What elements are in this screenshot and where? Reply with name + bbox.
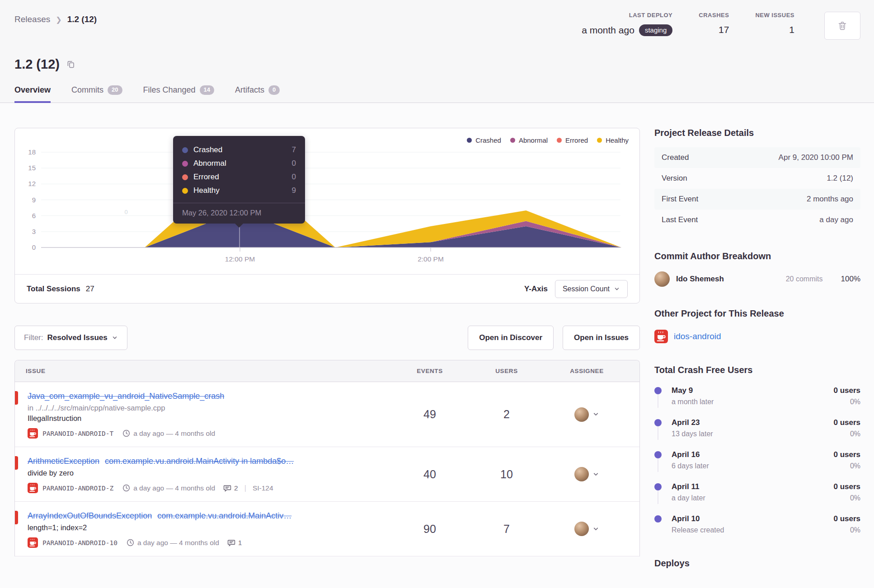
copy-version-button[interactable] [66, 60, 75, 69]
issue-age-text: a day ago — 4 months old [133, 484, 215, 492]
issue-external-ref[interactable]: SI-124 [253, 484, 273, 492]
assignee-avatar[interactable] [574, 522, 589, 536]
detail-value: 1.2 (12) [827, 174, 853, 183]
issue-comments[interactable]: 2 [223, 484, 238, 492]
tooltip-row: Crashed 7 [182, 143, 296, 157]
total-sessions-value: 27 [86, 285, 94, 294]
open-in-issues-button[interactable]: Open in Issues [563, 326, 640, 350]
project-slug[interactable]: PARANOID-ANDROID-Z [42, 485, 113, 492]
tab[interactable]: Commits 20 [71, 85, 122, 103]
delete-release-button[interactable] [824, 12, 860, 40]
other-project-link[interactable]: idos-android [674, 331, 721, 341]
legend-label: Errored [565, 136, 588, 144]
project-coffee-icon [28, 537, 38, 548]
legend-item[interactable]: Abnormal [510, 136, 548, 144]
filter-selected-value: Resolved Issues [47, 333, 108, 342]
project-slug[interactable]: PARANOID-ANDROID-T [42, 430, 113, 437]
tab-label: Artifacts [235, 85, 264, 95]
assignee-avatar[interactable] [574, 407, 589, 422]
release-detail-row: Version 1.2 (12) [654, 168, 860, 189]
tooltip-series-dot-icon [182, 147, 188, 153]
timeline-percent: 0% [833, 398, 860, 406]
chart-tooltip: Crashed 7 Abnormal 0 Errored 0 Healthy 9… [173, 136, 305, 224]
sessions-area-chart[interactable]: 036912151812:00 PM2:00 PM0 [15, 128, 640, 266]
issue-title-link[interactable]: ArrayIndexOutOfBoundsException [28, 511, 152, 520]
chevron-down-icon [614, 286, 620, 292]
issue-users-count: 10 [468, 455, 545, 493]
chevron-down-icon[interactable] [592, 411, 599, 418]
timeline-subtitle: 6 days later [672, 462, 833, 470]
issue-detail-line: length=1; index=2 [28, 523, 391, 532]
comment-icon [227, 539, 235, 547]
chevron-down-icon[interactable] [592, 471, 599, 478]
timeline-rail [654, 418, 662, 438]
crash-free-section: Total Crash Free Users May 9 a month lat… [654, 365, 860, 546]
issue-assignee-cell [545, 455, 629, 493]
issue-events-count: 90 [391, 510, 468, 548]
issue-summary: Java_com_example_vu_android_NativeSample… [28, 390, 391, 439]
tooltip-row: Errored 0 [182, 170, 296, 184]
issue-users-count: 2 [468, 390, 545, 439]
legend-item[interactable]: Healthy [597, 136, 629, 144]
tab-bar: Overview Commits 20 Files Changed 14 Art… [0, 85, 874, 103]
svg-text:0: 0 [124, 209, 127, 215]
issue-table-row[interactable]: ArrayIndexOutOfBoundsExceptioncom.exampl… [15, 502, 639, 556]
tab-badge: 0 [268, 85, 280, 94]
chevron-down-icon[interactable] [592, 526, 599, 532]
chart-legend: Crashed Abnormal Errored Healthy [467, 136, 629, 144]
tab[interactable]: Files Changed 14 [143, 85, 215, 103]
svg-text:18: 18 [28, 148, 36, 156]
timeline-date: April 10 [672, 514, 833, 523]
issue-table-row[interactable]: ArithmeticExceptioncom.example.vu.androi… [15, 447, 639, 502]
crash-free-timeline-item: April 11 a day later 0 users 0% [654, 482, 860, 514]
comment-icon [223, 484, 231, 492]
issue-comments[interactable]: 1 [227, 539, 242, 547]
yaxis-select[interactable]: Session Count [555, 280, 628, 298]
issues-table-header: ISSUE EVENTS USERS ASSIGNEE [15, 360, 639, 382]
tab-label: Files Changed [143, 85, 196, 95]
issue-culprit[interactable]: com.example.vu.android.MainActiv… [157, 511, 291, 520]
timeline-stats: 0 users 0% [833, 450, 860, 470]
tab-label: Commits [71, 85, 103, 95]
crashes-label: CRASHES [699, 12, 729, 19]
timeline-dot-icon [654, 419, 662, 426]
error-level-bar [15, 511, 18, 524]
clock-icon [122, 429, 130, 437]
open-in-discover-button[interactable]: Open in Discover [468, 326, 554, 350]
tab[interactable]: Overview [14, 85, 51, 103]
tab-label: Overview [14, 85, 51, 95]
issue-detail-lines: divide by zero [28, 469, 391, 477]
legend-item[interactable]: Errored [557, 136, 588, 144]
issues-filter-select[interactable]: Filter: Resolved Issues [14, 326, 127, 350]
timeline-dot-icon [654, 515, 662, 523]
crash-free-timeline-item: April 10 Release created 0 users 0% [654, 514, 860, 546]
issue-comment-count: 2 [234, 484, 238, 492]
tab[interactable]: Artifacts 0 [235, 85, 280, 103]
timeline-date: April 23 [672, 418, 833, 427]
issue-title-link[interactable]: Java_com_example_vu_android_NativeSample… [28, 392, 224, 401]
issue-culprit[interactable]: com.example.vu.android.MainActivity in l… [105, 457, 294, 466]
release-overview-page: Releases ❯ 1.2 (12) LAST DEPLOY a month … [0, 0, 874, 569]
timeline-percent: 0% [833, 430, 860, 438]
sessions-chart-card: Crashed Abnormal Errored Healthy 0369121… [14, 128, 640, 303]
issue-table-row[interactable]: Java_com_example_vu_android_NativeSample… [15, 382, 639, 447]
timeline-percent: 0% [833, 494, 860, 502]
issue-events-count: 49 [391, 390, 468, 439]
timeline-rail [654, 450, 662, 470]
assignee-avatar[interactable] [574, 467, 589, 481]
issue-detail-lines: length=1; index=2 [28, 523, 391, 532]
chevron-down-icon [112, 335, 118, 341]
legend-item[interactable]: Crashed [467, 136, 501, 144]
timeline-date: April 16 [672, 450, 833, 459]
commit-author-title: Commit Author Breakdown [654, 251, 860, 261]
timeline-subtitle: Release created [672, 526, 833, 534]
issue-summary: ArithmeticExceptioncom.example.vu.androi… [28, 455, 391, 493]
content: Crashed Abnormal Errored Healthy 0369121… [0, 103, 874, 569]
project-slug[interactable]: PARANOID-ANDROID-10 [42, 539, 117, 546]
deploys-section: Deploys [654, 558, 860, 569]
breadcrumb-releases-link[interactable]: Releases [14, 14, 50, 24]
issue-summary: ArrayIndexOutOfBoundsExceptioncom.exampl… [28, 510, 391, 548]
detail-label: Last Event [662, 215, 698, 224]
crash-free-title: Total Crash Free Users [654, 365, 860, 375]
issue-title-link[interactable]: ArithmeticException [28, 457, 99, 466]
